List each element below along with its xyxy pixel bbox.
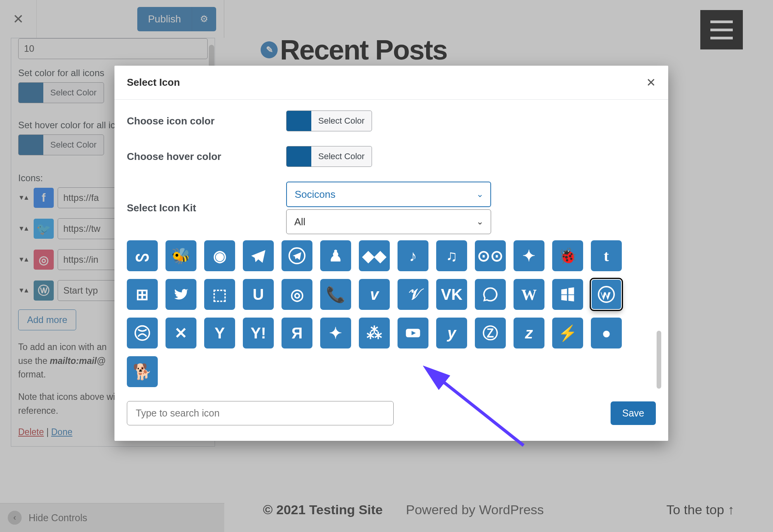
icon-tile-yelp[interactable]: ⁂ xyxy=(359,318,390,348)
icon-tile-zerply[interactable]: z xyxy=(514,318,544,348)
icon-tile-thumb[interactable]: ♟ xyxy=(320,240,351,271)
icon-tile-zazzle[interactable]: Ⓩ xyxy=(475,318,506,348)
icon-kit-filter-select[interactable]: All xyxy=(286,209,491,234)
icon-tile-zillow[interactable]: ⚡ xyxy=(552,318,583,348)
select-color-label: Select Color xyxy=(311,116,372,126)
icon-tile-tiktok-alt[interactable]: ♫ xyxy=(436,240,467,271)
icon-tile-yahoo-alt[interactable]: Y! xyxy=(243,318,274,348)
color-swatch xyxy=(287,146,311,167)
icon-tile-twitter[interactable] xyxy=(166,279,196,310)
hover-color-button[interactable]: Select Color xyxy=(286,146,372,167)
modal-title: Select Icon xyxy=(127,76,180,88)
icon-kit-filter-wrap: All ⌄ xyxy=(286,209,491,234)
color-swatch xyxy=(287,111,311,131)
choose-icon-color-label: Choose icon color xyxy=(127,115,286,127)
choose-hover-color-label: Choose hover color xyxy=(127,151,286,163)
icon-tile-xing[interactable]: ✕ xyxy=(166,318,196,348)
modal-close-button[interactable]: ✕ xyxy=(646,76,656,89)
icon-kit-select-wrap: Socicons ⌄ xyxy=(286,182,491,207)
select-icon-modal: Select Icon ✕ Choose icon color Select C… xyxy=(114,66,668,441)
save-button[interactable]: Save xyxy=(611,401,656,425)
icon-grid: ᔕ🐝◉♟◆◆♪♫⊙⊙✦🐞t⊞⬚U◎📞v𝒱VKW✕YY!Я✦⁂yⓏz⚡●🐕 xyxy=(127,240,656,387)
search-icon-input[interactable] xyxy=(127,401,394,425)
icon-tile-windows[interactable] xyxy=(552,279,583,310)
select-icon-kit-label: Select Icon Kit xyxy=(127,202,286,214)
icon-tile-youtube[interactable] xyxy=(398,318,428,348)
svg-point-2 xyxy=(135,326,150,340)
icon-tile-yummly[interactable]: y xyxy=(436,318,467,348)
icon-tile-bug[interactable]: 🐞 xyxy=(552,240,583,271)
icon-tile-telegram[interactable] xyxy=(243,240,274,271)
icon-tile-sparkle[interactable]: ✦ xyxy=(514,240,544,271)
icon-tile-stumbleupon[interactable]: ᔕ xyxy=(127,240,158,271)
icon-tile-upwork[interactable]: U xyxy=(243,279,274,310)
icon-kit-select[interactable]: Socicons xyxy=(286,182,491,207)
icon-tile-yahoo[interactable]: Y xyxy=(204,318,235,348)
icon-tile-zomato[interactable]: ● xyxy=(591,318,622,348)
icon-tile-zynga[interactable]: 🐕 xyxy=(127,356,158,387)
icon-tile-tunein[interactable]: ⊞ xyxy=(127,279,158,310)
icon-tile-tumblr[interactable]: t xyxy=(591,240,622,271)
icon-tile-target[interactable]: ◎ xyxy=(282,279,312,310)
select-color-label: Select Color xyxy=(311,151,372,161)
icon-color-button[interactable]: Select Color xyxy=(286,110,372,131)
icon-tile-vimeo[interactable]: v xyxy=(359,279,390,310)
icon-tile-sparkle-alt[interactable]: ✦ xyxy=(320,318,351,348)
icon-grid-scrollbar[interactable] xyxy=(657,331,661,389)
icon-tile-wikipedia[interactable]: W xyxy=(514,279,544,310)
icon-tile-yandex[interactable]: Я xyxy=(282,318,312,348)
icon-tile-vine[interactable]: 𝒱 xyxy=(398,279,428,310)
icon-tile-viber[interactable]: 📞 xyxy=(320,279,351,310)
icon-tile-telegram-circle[interactable] xyxy=(282,240,312,271)
icon-tile-swarm[interactable]: 🐝 xyxy=(166,240,196,271)
icon-tile-wordpress[interactable] xyxy=(591,279,622,310)
icon-tile-vk[interactable]: VK xyxy=(436,279,467,310)
icon-tile-tidal[interactable]: ◆◆ xyxy=(359,240,390,271)
icon-tile-imessage[interactable]: ◉ xyxy=(204,240,235,271)
icon-tile-unsplash[interactable]: ⬚ xyxy=(204,279,235,310)
icon-tile-tiktok[interactable]: ♪ xyxy=(398,240,428,271)
icon-tile-tripadvisor[interactable]: ⊙⊙ xyxy=(475,240,506,271)
icon-tile-xbox[interactable] xyxy=(127,318,158,348)
icon-tile-whatsapp[interactable] xyxy=(475,279,506,310)
